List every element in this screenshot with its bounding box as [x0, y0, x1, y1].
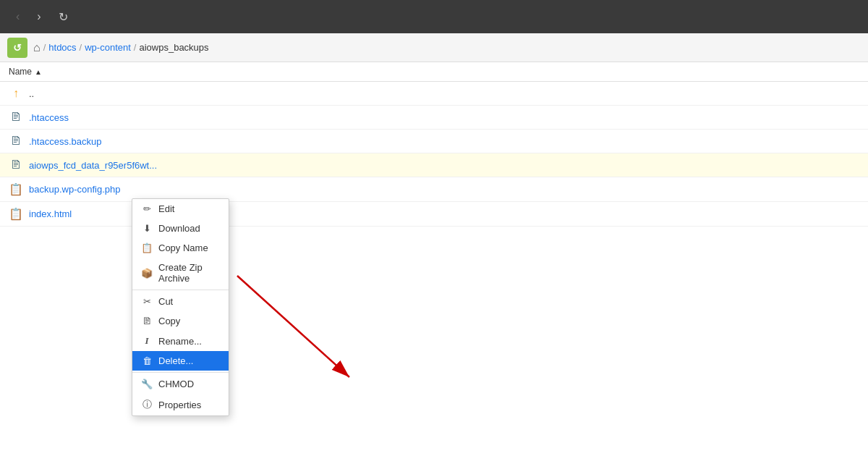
- copy-icon: 🖹: [141, 316, 153, 326]
- context-menu-delete[interactable]: 🗑 Delete...: [132, 351, 229, 371]
- context-menu-divider-1: [132, 290, 229, 290]
- list-item-selected[interactable]: 🖹 aiowps_fcd_data_r95er5f6wt...: [0, 153, 868, 177]
- properties-icon: ⓘ: [141, 398, 153, 411]
- file-icon: 🖹: [9, 111, 23, 124]
- svg-line-1: [237, 276, 349, 377]
- delete-icon: 🗑: [141, 355, 153, 366]
- address-bar-row: ↺ ⌂ / htdocs / wp-content / aiowps_backu…: [0, 33, 868, 62]
- context-menu-rename[interactable]: I Rename...: [132, 331, 229, 351]
- download-icon: ⬇: [141, 223, 153, 234]
- breadcrumb-current: aiowps_backups: [139, 42, 208, 53]
- file-icon: 🖹: [9, 135, 23, 148]
- context-menu-copy-name[interactable]: 📋 Copy Name: [132, 238, 229, 258]
- app-logo: ↺: [7, 38, 27, 58]
- create-zip-label: Create Zip Archive: [158, 262, 220, 284]
- file-name: index.html: [29, 208, 72, 219]
- copy-name-label: Copy Name: [158, 242, 208, 253]
- context-menu-copy[interactable]: 🖹 Copy: [132, 311, 229, 331]
- list-item[interactable]: 🖹 .htaccess.backup: [0, 130, 868, 153]
- list-item[interactable]: 🖹 .htaccess: [0, 106, 868, 130]
- list-item[interactable]: 📋 backup.wp-config.php: [0, 177, 868, 202]
- copy-label: Copy: [158, 316, 180, 326]
- copy-name-icon: 📋: [141, 242, 153, 253]
- column-name-label: Name: [9, 67, 32, 77]
- cut-label: Cut: [158, 296, 173, 307]
- forward-button[interactable]: ›: [33, 7, 45, 26]
- breadcrumb-sep-1: /: [43, 42, 46, 53]
- breadcrumb-home-icon[interactable]: ⌂: [33, 41, 41, 54]
- file-name: backup.wp-config.php: [29, 184, 120, 195]
- chmod-label: CHMOD: [158, 379, 194, 389]
- parent-dir-icon: ↑: [9, 87, 23, 100]
- browser-toolbar: ‹ › ↻: [0, 0, 868, 33]
- context-menu-properties[interactable]: ⓘ Properties: [132, 394, 229, 415]
- reload-button[interactable]: ↻: [54, 7, 72, 27]
- properties-label: Properties: [158, 400, 201, 410]
- breadcrumb-htdocs[interactable]: htdocs: [48, 42, 76, 53]
- file-name: aiowps_fcd_data_r95er5f6wt...: [29, 160, 157, 171]
- file-icon: 🖹: [9, 159, 23, 172]
- list-item[interactable]: ↑ ..: [0, 82, 868, 106]
- file-icon-html: 📋: [9, 207, 23, 221]
- edit-icon: ✏: [141, 203, 153, 214]
- file-icon-php: 📋: [9, 182, 23, 196]
- context-menu-edit[interactable]: ✏ Edit: [132, 199, 229, 219]
- context-menu-create-zip[interactable]: 📦 Create Zip Archive: [132, 258, 229, 288]
- breadcrumb: ⌂ / htdocs / wp-content / aiowps_backups: [33, 41, 209, 54]
- cut-icon: ✂: [141, 296, 153, 307]
- context-menu-chmod[interactable]: 🔧 CHMOD: [132, 374, 229, 394]
- annotation-arrow: [230, 269, 375, 399]
- download-label: Download: [158, 223, 200, 234]
- context-menu: ✏ Edit ⬇ Download 📋 Copy Name 📦 Create Z…: [132, 198, 229, 416]
- back-button[interactable]: ‹: [12, 7, 24, 26]
- delete-label: Delete...: [158, 355, 193, 366]
- edit-label: Edit: [158, 203, 174, 214]
- breadcrumb-sep-3: /: [134, 42, 137, 53]
- context-menu-download[interactable]: ⬇ Download: [132, 219, 229, 238]
- breadcrumb-wp-content[interactable]: wp-content: [85, 42, 131, 53]
- rename-label: Rename...: [158, 336, 202, 347]
- sort-icon: ▲: [35, 68, 42, 76]
- rename-icon: I: [141, 335, 153, 347]
- context-menu-divider-2: [132, 372, 229, 373]
- file-list: ↑ .. 🖹 .htaccess 🖹 .htaccess.backup 🖹 ai…: [0, 82, 868, 227]
- column-header-name: Name ▲: [0, 62, 868, 82]
- context-menu-cut[interactable]: ✂ Cut: [132, 292, 229, 311]
- breadcrumb-sep-2: /: [80, 42, 82, 53]
- parent-dir-name: ..: [29, 88, 34, 99]
- file-name: .htaccess.backup: [29, 136, 101, 147]
- file-manager: Name ▲ ↑ .. 🖹 .htaccess 🖹 .htaccess.back…: [0, 62, 868, 456]
- list-item[interactable]: 📋 index.html: [0, 202, 868, 227]
- file-name: .htaccess: [29, 112, 69, 123]
- chmod-icon: 🔧: [141, 379, 153, 389]
- create-zip-icon: 📦: [141, 268, 153, 279]
